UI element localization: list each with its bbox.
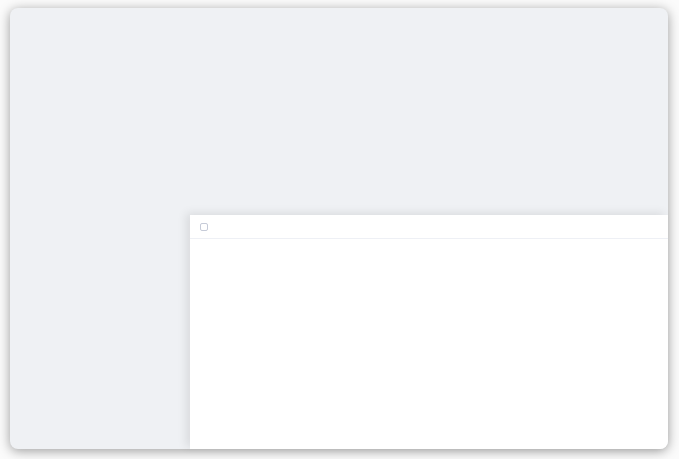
table-header-row — [190, 215, 668, 239]
page-card — [10, 8, 668, 449]
data-table-panel — [190, 215, 668, 449]
select-all-checkbox[interactable] — [200, 223, 208, 231]
